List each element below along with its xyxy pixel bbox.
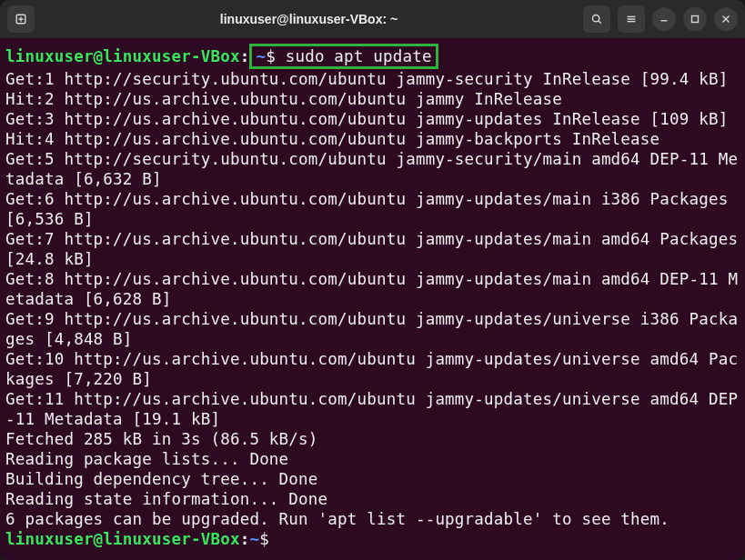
terminal-body[interactable]: linuxuser@linuxuser-VBox:~$ sudo apt upd… [0,38,745,560]
terminal-output: Get:1 http://security.ubuntu.com/ubuntu … [5,69,740,529]
prompt-user-host: linuxuser@linuxuser-VBox [5,530,240,548]
minimize-button[interactable] [652,7,676,31]
prompt-path: ~ [256,47,266,65]
output-line: Building dependency tree... Done [5,469,740,489]
command-text: sudo apt update [286,47,432,65]
prompt-path: ~ [249,530,259,548]
output-line: Fetched 285 kB in 3s (86.5 kB/s) [5,429,740,449]
prompt-colon: : [240,47,250,65]
search-button[interactable] [583,5,610,33]
output-line: Hit:4 http://us.archive.ubuntu.com/ubunt… [5,129,740,149]
output-line: Reading state information... Done [5,489,740,509]
prompt-line-1: linuxuser@linuxuser-VBox:~$ sudo apt upd… [5,44,740,69]
command-highlight: ~$ sudo apt update [249,44,438,69]
window-title: linuxuser@linuxuser-VBox: ~ [42,12,576,26]
prompt-colon: : [240,530,250,548]
terminal-window: linuxuser@linuxuser-VBox: ~ linuxuser@li… [0,0,745,560]
output-line: Get:10 http://us.archive.ubuntu.com/ubun… [5,349,740,389]
svg-rect-9 [692,16,699,23]
output-line: Get:6 http://us.archive.ubuntu.com/ubunt… [5,189,740,229]
prompt-symbol: $ [266,47,276,65]
output-line: Reading package lists... Done [5,449,740,469]
svg-point-3 [592,15,599,21]
new-tab-button[interactable] [7,5,35,33]
prompt-user-host: linuxuser@linuxuser-VBox [5,47,240,65]
prompt-symbol: $ [259,530,269,548]
close-button[interactable] [714,7,738,31]
output-line: Get:11 http://us.archive.ubuntu.com/ubun… [5,389,740,429]
output-line: Get:9 http://us.archive.ubuntu.com/ubunt… [5,309,740,349]
output-line: Get:8 http://us.archive.ubuntu.com/ubunt… [5,269,740,309]
titlebar: linuxuser@linuxuser-VBox: ~ [0,0,745,38]
prompt-line-2: linuxuser@linuxuser-VBox:~$ [5,529,740,549]
output-line: Get:7 http://us.archive.ubuntu.com/ubunt… [5,229,740,269]
output-line: 6 packages can be upgraded. Run 'apt lis… [5,509,740,529]
output-line: Get:1 http://security.ubuntu.com/ubuntu … [5,69,740,89]
output-line: Get:3 http://us.archive.ubuntu.com/ubunt… [5,109,740,129]
maximize-button[interactable] [683,7,707,31]
menu-button[interactable] [618,5,645,33]
svg-line-4 [599,21,601,24]
output-line: Hit:2 http://us.archive.ubuntu.com/ubunt… [5,89,740,109]
output-line: Get:5 http://security.ubuntu.com/ubuntu … [5,149,740,189]
